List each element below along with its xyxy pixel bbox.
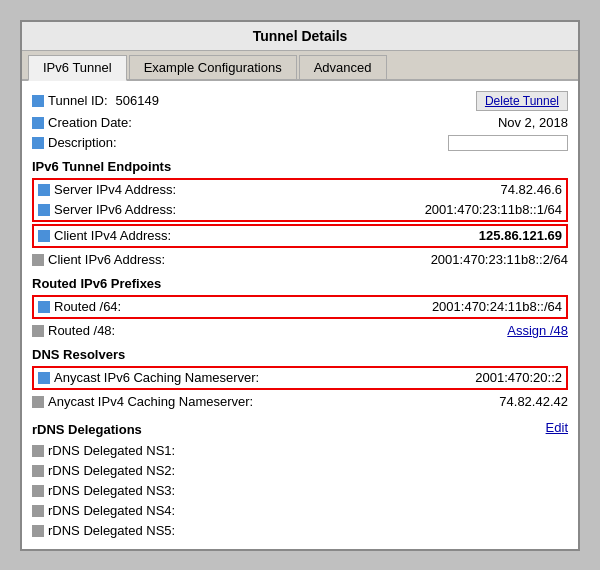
rdns-ns1-row: rDNS Delegated NS1:	[32, 441, 568, 461]
delete-tunnel-button[interactable]: Delete Tunnel	[476, 91, 568, 111]
rdns-ns2-row: rDNS Delegated NS2:	[32, 461, 568, 481]
dns-section-header: DNS Resolvers	[32, 341, 568, 364]
client-ipv4-row: Client IPv4 Address: 125.86.121.69	[34, 226, 566, 246]
rdns-ns5-row: rDNS Delegated NS5:	[32, 521, 568, 541]
tab-ipv6-tunnel[interactable]: IPv6 Tunnel	[28, 55, 127, 81]
content-area: Tunnel ID: 506149 Delete Tunnel Creation…	[22, 81, 578, 549]
anycast-ipv4-row: Anycast IPv4 Caching Nameserver: 74.82.4…	[32, 392, 568, 412]
tab-example-configurations[interactable]: Example Configurations	[129, 55, 297, 79]
anycast-ipv6-highlighted: Anycast IPv6 Caching Nameserver: 2001:47…	[32, 366, 568, 390]
rdns-header-row: rDNS Delegations Edit	[32, 412, 568, 441]
tunnel-id-value: 506149	[116, 93, 159, 108]
description-row: Description:	[32, 133, 568, 153]
routed64-row: Routed /64: 2001:470:24:11b8::/64	[34, 297, 566, 317]
endpoints-highlighted-block: Server IPv4 Address: 74.82.46.6 Server I…	[32, 178, 568, 222]
rdns-ns4-label: rDNS Delegated NS4:	[48, 503, 175, 518]
info-icon-2	[32, 117, 44, 129]
rdns-ns2-label: rDNS Delegated NS2:	[48, 463, 175, 478]
endpoints-section-header: IPv6 Tunnel Endpoints	[32, 153, 568, 176]
tunnel-details-window: Tunnel Details IPv6 Tunnel Example Confi…	[20, 20, 580, 551]
client-ipv6-row: Client IPv6 Address: 2001:470:23:11b8::2…	[32, 250, 568, 270]
anycast-ipv6-row: Anycast IPv6 Caching Nameserver: 2001:47…	[34, 368, 566, 388]
rdns-ns4-icon	[32, 505, 44, 517]
client-ipv4-label: Client IPv4 Address:	[54, 228, 171, 243]
rdns-ns5-label: rDNS Delegated NS5:	[48, 523, 175, 538]
anycast-ipv6-value: 2001:470:20::2	[402, 370, 562, 385]
description-input[interactable]	[448, 135, 568, 151]
client-ipv4-icon	[38, 230, 50, 242]
rdns-ns3-row: rDNS Delegated NS3:	[32, 481, 568, 501]
client-ipv6-icon	[32, 254, 44, 266]
server-ipv6-row: Server IPv6 Address: 2001:470:23:11b8::1…	[34, 200, 566, 220]
rdns-section-header: rDNS Delegations	[32, 416, 408, 439]
tab-bar: IPv6 Tunnel Example Configurations Advan…	[22, 51, 578, 81]
routed48-icon	[32, 325, 44, 337]
routed64-label: Routed /64:	[54, 299, 121, 314]
rdns-ns4-row: rDNS Delegated NS4:	[32, 501, 568, 521]
tunnel-id-label: Tunnel ID:	[48, 93, 108, 108]
rdns-ns1-icon	[32, 445, 44, 457]
client-ipv6-label: Client IPv6 Address:	[48, 252, 165, 267]
creation-date-row: Creation Date: Nov 2, 2018	[32, 113, 568, 133]
creation-date-label: Creation Date:	[48, 115, 132, 130]
anycast-ipv4-icon	[32, 396, 44, 408]
server-ipv6-icon	[38, 204, 50, 216]
server-ipv4-value: 74.82.46.6	[402, 182, 562, 197]
window-title: Tunnel Details	[22, 22, 578, 51]
routed64-highlighted: Routed /64: 2001:470:24:11b8::/64	[32, 295, 568, 319]
routed64-icon	[38, 301, 50, 313]
creation-date-value: Nov 2, 2018	[408, 115, 568, 130]
anycast-ipv4-value: 74.82.42.42	[408, 394, 568, 409]
rdns-ns5-icon	[32, 525, 44, 537]
rdns-ns3-label: rDNS Delegated NS3:	[48, 483, 175, 498]
rdns-ns1-label: rDNS Delegated NS1:	[48, 443, 175, 458]
client-ipv4-value: 125.86.121.69	[402, 228, 562, 243]
rdns-ns2-icon	[32, 465, 44, 477]
routed48-label: Routed /48:	[48, 323, 115, 338]
server-ipv6-value: 2001:470:23:11b8::1/64	[402, 202, 562, 217]
server-ipv4-label: Server IPv4 Address:	[54, 182, 176, 197]
rdns-edit-link[interactable]: Edit	[408, 420, 568, 435]
anycast-ipv4-label: Anycast IPv4 Caching Nameserver:	[48, 394, 253, 409]
info-icon-3	[32, 137, 44, 149]
routed64-value: 2001:470:24:11b8::/64	[402, 299, 562, 314]
tab-advanced[interactable]: Advanced	[299, 55, 387, 79]
info-icon	[32, 95, 44, 107]
client-ipv4-highlighted: Client IPv4 Address: 125.86.121.69	[32, 224, 568, 248]
anycast-ipv6-icon	[38, 372, 50, 384]
rdns-ns3-icon	[32, 485, 44, 497]
tunnel-id-row: Tunnel ID: 506149 Delete Tunnel	[32, 89, 568, 113]
routed48-row: Routed /48: Assign /48	[32, 321, 568, 341]
description-label: Description:	[48, 135, 117, 150]
anycast-ipv6-label: Anycast IPv6 Caching Nameserver:	[54, 370, 259, 385]
routed48-value[interactable]: Assign /48	[408, 323, 568, 338]
server-ipv4-row: Server IPv4 Address: 74.82.46.6	[34, 180, 566, 200]
server-ipv4-icon	[38, 184, 50, 196]
client-ipv6-value: 2001:470:23:11b8::2/64	[408, 252, 568, 267]
server-ipv6-label: Server IPv6 Address:	[54, 202, 176, 217]
routed-section-header: Routed IPv6 Prefixes	[32, 270, 568, 293]
